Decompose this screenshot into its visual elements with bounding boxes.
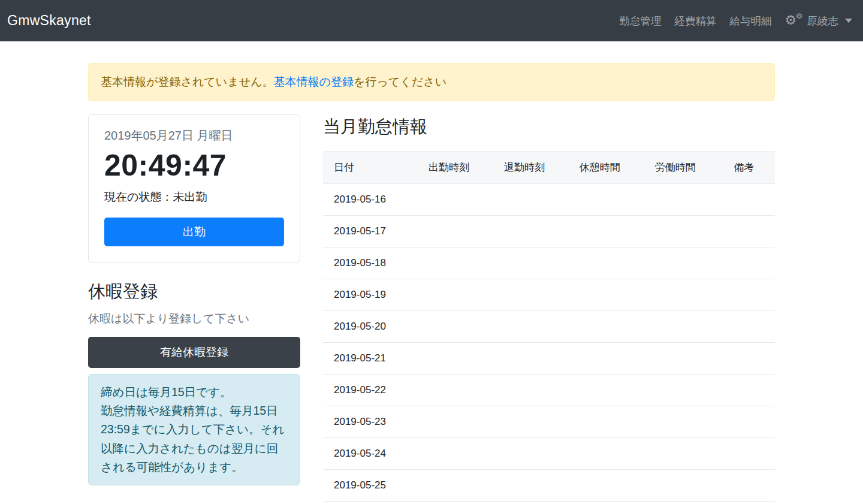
deadline-notice-line-1: 締め日は毎月15日です。 xyxy=(101,383,288,402)
header-remarks: 備考 xyxy=(713,152,775,184)
date-cell: 2019-05-18 xyxy=(323,248,411,279)
empty-cell xyxy=(487,438,562,470)
table-row: 2019-05-24 xyxy=(323,438,775,470)
empty-cell xyxy=(562,375,638,406)
empty-cell xyxy=(638,216,713,248)
table-row: 2019-05-16 xyxy=(323,184,775,216)
main-container: 基本情報が登録されていません。基本情報の登録を行ってください 2019年05月2… xyxy=(88,41,775,502)
empty-cell xyxy=(411,248,487,279)
empty-cell xyxy=(638,343,713,375)
empty-cell xyxy=(487,248,562,279)
empty-cell xyxy=(562,343,638,375)
clock-card: 2019年05月27日 月曜日 20:49:47 現在の状態：未出勤 出勤 xyxy=(88,114,300,262)
table-row: 2019-05-20 xyxy=(323,311,775,343)
attendance-heading: 当月勤怠情報 xyxy=(323,115,775,139)
nav-item-expenses[interactable]: 経費精算 xyxy=(675,14,717,28)
empty-cell xyxy=(638,184,713,216)
current-date: 2019年05月27日 月曜日 xyxy=(104,128,284,144)
header-clock-out: 退勤時刻 xyxy=(487,152,562,184)
nav-item-attendance[interactable]: 勤怠管理 xyxy=(620,14,662,28)
attendance-table-head: 日付 出勤時刻 退勤時刻 休憩時間 労働時間 備考 xyxy=(323,152,775,184)
empty-cell xyxy=(638,470,713,502)
clock-in-button[interactable]: 出勤 xyxy=(104,218,284,246)
empty-cell xyxy=(562,406,638,438)
deadline-notice: 締め日は毎月15日です。 勤怠情報や経費精算は、毎月15日23:59までに入力し… xyxy=(88,374,300,485)
empty-cell xyxy=(713,375,775,406)
empty-cell xyxy=(713,470,775,502)
empty-cell xyxy=(713,343,775,375)
vacation-heading: 休暇登録 xyxy=(88,280,300,304)
paid-leave-register-button[interactable]: 有給休暇登録 xyxy=(88,337,300,368)
empty-cell xyxy=(713,248,775,279)
empty-cell xyxy=(487,311,562,343)
empty-cell xyxy=(487,184,562,216)
empty-cell xyxy=(411,438,487,470)
date-cell: 2019-05-19 xyxy=(323,279,411,311)
empty-cell xyxy=(713,406,775,438)
empty-cell xyxy=(411,279,487,311)
empty-cell xyxy=(411,184,487,216)
warning-text-after: を行ってください xyxy=(354,76,446,88)
empty-cell xyxy=(638,279,713,311)
navbar: GmwSkaynet 勤怠管理 経費精算 給与明細 ⚙⚙ 原綾志 xyxy=(0,0,863,41)
table-row: 2019-05-25 xyxy=(323,470,775,502)
empty-cell xyxy=(638,406,713,438)
empty-cell xyxy=(562,311,638,343)
user-name: 原綾志 xyxy=(807,14,839,28)
empty-cell xyxy=(487,216,562,248)
empty-cell xyxy=(713,438,775,470)
right-column: 当月勤怠情報 日付 出勤時刻 退勤時刻 休憩時間 労働時 xyxy=(323,114,775,502)
table-row: 2019-05-19 xyxy=(323,279,775,311)
header-row: 日付 出勤時刻 退勤時刻 休憩時間 労働時間 備考 xyxy=(323,152,775,184)
table-row: 2019-05-22 xyxy=(323,375,775,406)
empty-cell xyxy=(562,248,638,279)
empty-cell xyxy=(487,279,562,311)
brand-logo[interactable]: GmwSkaynet xyxy=(7,13,91,29)
empty-cell xyxy=(713,184,775,216)
table-row: 2019-05-18 xyxy=(323,248,775,279)
header-work-time: 労働時間 xyxy=(638,152,713,184)
date-cell: 2019-05-23 xyxy=(323,406,411,438)
gears-icon: ⚙⚙ xyxy=(785,13,803,29)
empty-cell xyxy=(638,248,713,279)
date-cell: 2019-05-22 xyxy=(323,375,411,406)
user-dropdown[interactable]: ⚙⚙ 原綾志 xyxy=(785,13,853,29)
empty-cell xyxy=(411,216,487,248)
empty-cell xyxy=(713,311,775,343)
warning-text-before: 基本情報が登録されていません。 xyxy=(101,76,274,88)
empty-cell xyxy=(487,343,562,375)
warning-banner: 基本情報が登録されていません。基本情報の登録を行ってください xyxy=(88,63,775,101)
empty-cell xyxy=(713,279,775,311)
empty-cell xyxy=(411,311,487,343)
date-cell: 2019-05-17 xyxy=(323,216,411,248)
attendance-status: 現在の状態：未出勤 xyxy=(104,189,284,205)
nav-item-payslip[interactable]: 給与明細 xyxy=(730,14,772,28)
empty-cell xyxy=(411,375,487,406)
attendance-table: 日付 出勤時刻 退勤時刻 休憩時間 労働時間 備考 2019-05-162019… xyxy=(323,151,775,502)
date-cell: 2019-05-20 xyxy=(323,311,411,343)
empty-cell xyxy=(562,470,638,502)
empty-cell xyxy=(638,311,713,343)
empty-cell xyxy=(638,375,713,406)
date-cell: 2019-05-25 xyxy=(323,470,411,502)
current-time: 20:49:47 xyxy=(104,148,284,183)
table-row: 2019-05-21 xyxy=(323,343,775,375)
basic-info-register-link[interactable]: 基本情報の登録 xyxy=(274,76,354,88)
empty-cell xyxy=(638,438,713,470)
content-columns: 2019年05月27日 月曜日 20:49:47 現在の状態：未出勤 出勤 休暇… xyxy=(88,114,775,502)
empty-cell xyxy=(487,406,562,438)
left-column: 2019年05月27日 月曜日 20:49:47 現在の状態：未出勤 出勤 休暇… xyxy=(88,114,300,502)
date-cell: 2019-05-24 xyxy=(323,438,411,470)
empty-cell xyxy=(487,470,562,502)
header-clock-in: 出勤時刻 xyxy=(411,152,487,184)
date-cell: 2019-05-16 xyxy=(323,184,411,216)
header-break-time: 休憩時間 xyxy=(562,152,638,184)
table-row: 2019-05-23 xyxy=(323,406,775,438)
attendance-table-body: 2019-05-162019-05-172019-05-182019-05-19… xyxy=(323,184,775,502)
empty-cell xyxy=(562,184,638,216)
empty-cell xyxy=(487,375,562,406)
header-date: 日付 xyxy=(323,152,411,184)
empty-cell xyxy=(411,343,487,375)
deadline-notice-line-2: 勤怠情報や経費精算は、毎月15日23:59までに入力して下さい。それ以降に入力さ… xyxy=(101,402,288,476)
empty-cell xyxy=(562,438,638,470)
